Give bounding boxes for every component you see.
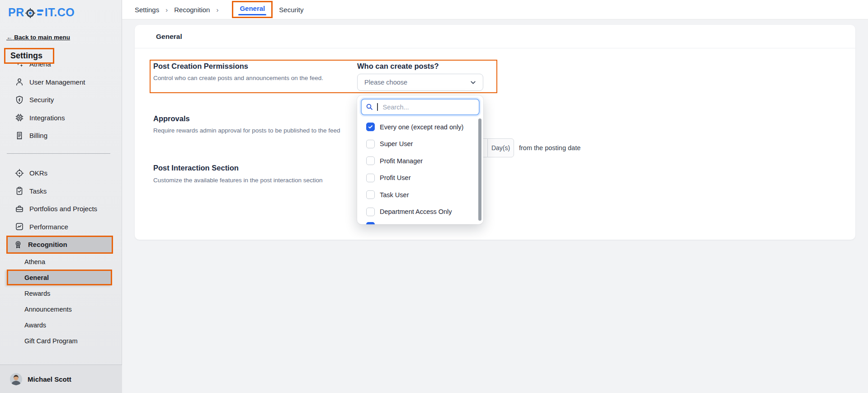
who-can-create-posts-select[interactable]: Please choose: [357, 74, 483, 91]
breadcrumb-recognition[interactable]: Recognition: [174, 6, 210, 14]
option-department-access-only[interactable]: Department Access Only: [357, 204, 483, 221]
approvals-description: Require rewards admin approval for posts…: [153, 127, 340, 134]
back-to-main-menu-link[interactable]: ← Back to main menu: [6, 34, 70, 41]
dropdown-scrollbar-thumb[interactable]: [478, 118, 481, 221]
sidebar-item-label: Billing: [29, 132, 47, 139]
post-creation-title: Post Creation Permissions: [153, 62, 248, 71]
sidebar-divider: [7, 153, 110, 154]
sidebar-item-recognition[interactable]: Recognition: [6, 236, 113, 254]
breadcrumb-settings[interactable]: Settings: [135, 6, 159, 14]
text-cursor: [377, 103, 378, 111]
search-input[interactable]: [382, 104, 475, 111]
select-value: Please choose: [364, 79, 407, 86]
checkbox-icon[interactable]: [366, 156, 375, 165]
sidebar-item-billing[interactable]: Billing: [0, 127, 122, 145]
sidebar-item-performance[interactable]: Performance: [0, 218, 122, 236]
sidebar-subitem-rewards[interactable]: Rewards: [0, 285, 122, 301]
post-interaction-title: Post Interaction Section: [153, 164, 239, 172]
post-interaction-description: Customize the available features in the …: [153, 177, 322, 184]
chart-icon: [15, 222, 24, 231]
option-profit-user[interactable]: Profit User: [357, 170, 483, 187]
days-unit-addon: Day(s): [487, 138, 514, 157]
dropdown-options-list: Every one (except read only) Super User …: [357, 118, 483, 220]
shield-icon: [15, 95, 24, 104]
sidebar-item-okrs[interactable]: OKRs: [0, 164, 122, 182]
checkbox-icon[interactable]: [366, 174, 375, 182]
dropdown-search-field[interactable]: [361, 99, 480, 115]
sidebar-recognition-subitems: Athena General Rewards Announcements Awa…: [0, 254, 122, 349]
user-name: Michael Scott: [28, 375, 71, 383]
search-icon: [366, 103, 373, 111]
option-task-user[interactable]: Task User: [357, 186, 483, 204]
sidebar-item-label: OKRs: [29, 169, 47, 177]
clipboard-check-icon: [15, 186, 24, 195]
sidebar-subitem-general[interactable]: General: [7, 270, 112, 285]
user-icon: [15, 77, 24, 86]
chip-icon: [15, 113, 24, 122]
back-link-label: Back to main menu: [14, 34, 70, 41]
checkbox-icon[interactable]: [366, 190, 375, 199]
checkbox-icon[interactable]: [366, 140, 375, 148]
logo-text-pr: PR: [8, 6, 24, 19]
option-every-one[interactable]: Every one (except read only): [357, 118, 483, 136]
sidebar-group-modules: OKRs Tasks Portfolios and Projects Per: [0, 164, 122, 254]
sidebar-item-security[interactable]: Security: [0, 91, 122, 109]
sidebar-item-user-management[interactable]: User Management: [0, 73, 122, 91]
sidebar-item-label: Recognition: [28, 241, 67, 248]
checkbox-checked-icon[interactable]: [366, 123, 375, 131]
sidebar-item-label: Portfolios and Projects: [29, 205, 97, 213]
chevron-down-icon: [469, 79, 477, 86]
user-profile-button[interactable]: Michael Scott: [0, 365, 122, 393]
sidebar-item-portfolios-projects[interactable]: Portfolios and Projects: [0, 200, 122, 218]
sidebar-subitem-gift-card-program[interactable]: Gift Card Program: [0, 333, 122, 349]
sidebar-item-label: Performance: [29, 223, 68, 231]
sidebar-item-label: Integrations: [29, 114, 65, 122]
avatar: [10, 373, 22, 385]
stylized-f-glyph: [37, 9, 43, 15]
sidebar-subitem-announcements[interactable]: Announcements: [0, 301, 122, 317]
option-profit-manager[interactable]: Profit Manager: [357, 152, 483, 170]
target-logo-icon: [25, 8, 35, 18]
general-settings-card: General Post Creation Permissions Contro…: [135, 25, 855, 240]
tab-general[interactable]: General: [232, 1, 273, 18]
card-title: General: [135, 25, 855, 48]
back-arrow-icon: ←: [6, 34, 13, 41]
sidebar: PR IT.CO ← Back to main menu Settings: [0, 0, 122, 393]
approvals-title: Approvals: [153, 114, 190, 123]
sidebar-subitem-athena[interactable]: Athena: [0, 254, 122, 270]
settings-section-title: Settings: [4, 48, 54, 64]
receipt-icon: [15, 131, 24, 140]
profit-co-logo[interactable]: PR IT.CO: [8, 6, 75, 19]
who-can-create-posts-dropdown: Every one (except read only) Super User …: [357, 95, 483, 224]
option-super-user[interactable]: Super User: [357, 136, 483, 153]
top-breadcrumb-bar: Settings › Recognition › General Securit…: [122, 0, 868, 19]
sidebar-group-settings: Athena User Management Security Integrat…: [0, 55, 122, 145]
target-icon: [15, 169, 24, 178]
sidebar-item-label: Tasks: [29, 187, 47, 195]
sidebar-item-label: Security: [29, 96, 54, 104]
sidebar-item-tasks[interactable]: Tasks: [0, 182, 122, 200]
sidebar-subitem-awards[interactable]: Awards: [0, 317, 122, 333]
chevron-right-icon: ›: [165, 6, 168, 14]
sidebar-item-label: User Management: [29, 78, 85, 86]
tab-general-label: General: [240, 5, 265, 12]
award-icon: [14, 240, 23, 249]
checkbox-icon[interactable]: [366, 208, 375, 216]
who-can-create-posts-label: Who can create posts?: [357, 62, 439, 71]
logo-text-itco: IT.CO: [45, 6, 75, 19]
post-creation-description: Control who can create posts and announc…: [153, 75, 323, 81]
partially-visible-checked-checkbox: [366, 222, 375, 224]
briefcase-icon: [15, 204, 24, 213]
posting-date-suffix-text: from the posting date: [519, 144, 580, 152]
sidebar-item-integrations[interactable]: Integrations: [0, 109, 122, 127]
tab-security[interactable]: Security: [279, 6, 303, 14]
chevron-right-icon: ›: [216, 6, 218, 14]
